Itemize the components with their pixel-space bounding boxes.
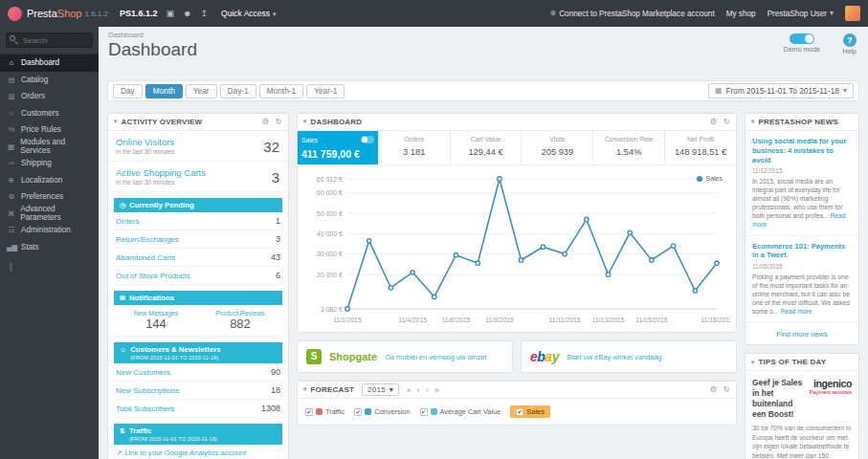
find-more-news-link[interactable]: Find more news [776, 330, 827, 339]
product-reviews-cell[interactable]: Product Reviews 882 [198, 305, 282, 336]
new-messages-cell[interactable]: New Messages 144 [114, 305, 198, 336]
news-article-link[interactable]: Using social media for your business: 4 … [752, 137, 852, 164]
demo-mode-control[interactable]: Demo mode [784, 33, 820, 53]
google-analytics-row[interactable]: Link to your Google Analytics account [114, 445, 282, 459]
refresh-icon[interactable] [276, 118, 282, 126]
help-icon [843, 33, 857, 47]
sidebar-item-orders[interactable]: Orders [0, 88, 99, 105]
upgrade-icon[interactable] [201, 10, 209, 18]
stat-orders[interactable]: Orders 3 181 [379, 131, 451, 164]
pager-next[interactable]: › [426, 385, 429, 395]
sidebar-search [0, 27, 99, 55]
refresh-icon[interactable] [723, 118, 730, 126]
pager-first[interactable]: « [407, 385, 412, 395]
quick-access-menu[interactable]: Quick Access [221, 9, 277, 18]
forecast-legend-average-cart-value[interactable]: Average Cart Value [420, 407, 501, 416]
shopgate-promo[interactable]: S Shopgate Ga mobiel en verhoog uw omzet [297, 340, 513, 373]
shopgate-link[interactable]: Ga mobiel en verhoog uw omzet [385, 353, 486, 361]
sidebar-collapse-button[interactable] [0, 255, 99, 279]
range-year-1-button[interactable]: Year-1 [306, 84, 345, 98]
gear-icon[interactable] [710, 385, 718, 394]
user-menu[interactable]: PrestaShop User [768, 10, 834, 18]
marketplace-link[interactable]: Connect to PrestaShop Marketplace accoun… [549, 10, 714, 18]
range-month-1-button[interactable]: Month-1 [259, 84, 303, 98]
shop-name-link[interactable]: PS1.6.1.2 [120, 9, 158, 18]
notifications-header[interactable]: Notifications [114, 291, 282, 305]
stat-conversion-rate[interactable]: Conversion Rate 1.54% [593, 131, 665, 164]
sidebar-item-preferences[interactable]: Preferences [0, 188, 99, 206]
new-customers-row[interactable]: New Customers 90 [114, 363, 282, 382]
stat-visits[interactable]: Visits 205 939 [522, 131, 593, 164]
stat-label-row: Sales [301, 136, 374, 143]
panel-collapse-icon[interactable] [751, 360, 754, 366]
ebay-link[interactable]: Start uw eBay-winkel vandaag [567, 353, 661, 361]
forecast-legend: Traffic Conversion Average Cart Value Sa… [298, 399, 736, 425]
stat-cart-value[interactable]: Cart Value 129,44 € [451, 131, 523, 164]
demo-mode-toggle[interactable] [790, 33, 814, 44]
checkbox-icon[interactable] [420, 408, 428, 416]
pending-returns-row[interactable]: Return/Exchanges 3 [114, 230, 282, 249]
sidebar-item-localization[interactable]: Localization [0, 172, 99, 189]
google-analytics-link[interactable]: Link to your Google Analytics account [116, 448, 246, 457]
checkbox-icon[interactable] [354, 408, 362, 416]
pager-prev[interactable]: ‹ [417, 385, 420, 395]
forecast-legend-conversion[interactable]: Conversion [354, 407, 410, 416]
forecast-legend-sales[interactable]: Sales [510, 405, 550, 418]
new-subscriptions-row[interactable]: New Subscriptions 18 [114, 382, 282, 400]
gear-icon[interactable] [262, 118, 270, 126]
employee-icon[interactable] [183, 10, 191, 18]
sidebar-item-price-rules[interactable]: Price Rules [0, 121, 99, 139]
refresh-icon[interactable] [723, 385, 730, 394]
currently-pending-header[interactable]: Currently Pending [114, 198, 282, 212]
sidebar-item-shipping[interactable]: Shipping [0, 155, 99, 172]
sidebar-item-administration[interactable]: Administration [0, 222, 99, 239]
stat-toggle[interactable] [361, 136, 374, 143]
sidebar-item-catalog[interactable]: Catalog [0, 72, 99, 89]
prestashop-logo[interactable]: PrestaShop 1.6.1.2 [0, 7, 108, 21]
sidebar-item-dashboard[interactable]: Dashboard [0, 55, 99, 72]
panel-collapse-icon[interactable] [303, 119, 306, 125]
gear-icon[interactable] [710, 118, 718, 126]
range-year-button[interactable]: Year [186, 84, 217, 98]
customers-newsletters-header[interactable]: Customers & Newsletters (FROM 2015-11-01… [114, 342, 282, 363]
sidebar-item-stats[interactable]: Stats [0, 239, 99, 256]
my-shop-link[interactable]: My shop [726, 10, 756, 18]
panel-collapse-icon[interactable] [303, 386, 306, 393]
sidebar-search-input[interactable] [6, 33, 93, 48]
sidebar-item-label: Administration [21, 226, 71, 234]
avatar[interactable] [845, 6, 860, 21]
pager-last[interactable]: » [434, 385, 439, 395]
range-day-button[interactable]: Day [113, 84, 143, 98]
section-title: Notifications [129, 294, 174, 302]
storefront-icon[interactable] [167, 10, 175, 18]
year-select[interactable]: 2015 [362, 383, 399, 396]
checkbox-icon[interactable] [516, 408, 523, 416]
read-more-link[interactable]: Read more [780, 308, 812, 315]
range-month-button[interactable]: Month [145, 84, 183, 98]
ebay-promo[interactable]: ebay Start uw eBay-winkel vandaag [521, 340, 737, 373]
forecast-legend-traffic[interactable]: Traffic [305, 407, 345, 416]
chart-legend[interactable]: Sales [697, 175, 723, 182]
sidebar-item-modules[interactable]: Modules and Services [0, 139, 99, 156]
total-subscribers-row[interactable]: Total Subscribers 1308 [114, 400, 282, 418]
checkbox-icon[interactable] [305, 408, 313, 416]
sidebar-item-advanced-parameters[interactable]: Advanced Parameters [0, 206, 99, 223]
stat-net-profit[interactable]: Net Profit 148 918,51 € [665, 131, 736, 164]
out-of-stock-row[interactable]: Out of Stock Products 6 [114, 267, 282, 285]
sales-chart-area: Sales 66 912 €60 000 €50 000 €40 000 €30… [298, 165, 736, 332]
panel-collapse-icon[interactable] [751, 119, 754, 125]
online-visitors-metric[interactable]: Online Visitors in the last 30 minutes 3… [108, 131, 288, 162]
pending-orders-row[interactable]: Orders 1 [114, 212, 282, 230]
traffic-header[interactable]: Traffic (FROM 2015-11-01 TO 2015-11-18) [114, 424, 282, 445]
range-day-1-button[interactable]: Day-1 [220, 84, 256, 98]
help-button[interactable]: Help [843, 33, 857, 55]
date-range-picker[interactable]: From 2015-11-01 To 2015-11-18 [708, 83, 854, 98]
shopgate-logo-icon: S [306, 349, 322, 364]
stat-sales[interactable]: Sales 411 759,00 € [298, 131, 379, 164]
cell-label: New Messages [114, 310, 198, 317]
sidebar-item-customers[interactable]: Customers [0, 105, 99, 122]
news-article-link[interactable]: Ecommerce 101: Payments in a Tweet [752, 242, 852, 261]
active-shopping-carts-metric[interactable]: Active Shopping Carts in the last 30 min… [108, 162, 288, 192]
abandoned-carts-row[interactable]: Abandoned Carts 43 [114, 249, 282, 267]
panel-collapse-icon[interactable] [114, 119, 117, 125]
